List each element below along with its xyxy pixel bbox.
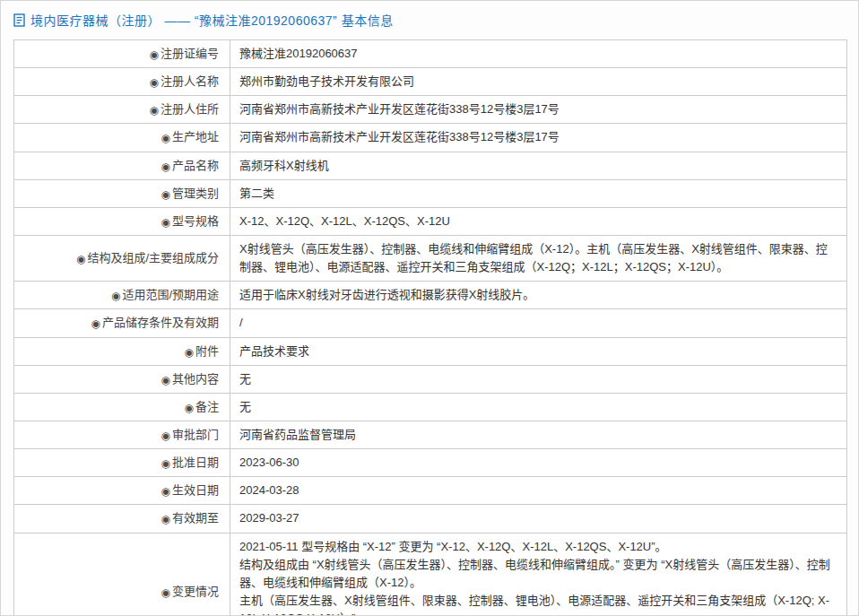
row-value: 河南省药品监督管理局	[230, 421, 847, 448]
table-row: ◉有效期至 2029-03-27	[14, 505, 847, 533]
note-icon: ◉	[161, 456, 170, 471]
row-value: 2029-03-27	[230, 505, 847, 533]
row-label-text: 生产地址	[172, 130, 219, 143]
row-label: ◉适用范围/预期用途	[14, 282, 230, 309]
note-icon: ◉	[76, 252, 85, 266]
note-icon: ◉	[161, 131, 170, 145]
table-row: ◉产品储存条件及有效期 /	[14, 309, 847, 337]
note-icon: ◉	[161, 187, 170, 202]
table-row: ◉生产地址 河南省郑州市高新技术产业开发区莲花街338号12号楼3层17号	[14, 124, 847, 152]
row-label: ◉产品储存条件及有效期	[14, 309, 230, 337]
note-icon: ◉	[161, 586, 170, 600]
row-value: 2021-05-11 型号规格由 “X-12” 变更为 “X-12、X-12Q、…	[230, 533, 847, 616]
row-value: 高频牙科X射线机	[230, 152, 847, 179]
note-icon: ◉	[185, 401, 194, 415]
note-icon: ◉	[161, 160, 170, 174]
note-icon: ◉	[91, 317, 100, 331]
row-value: 第二类	[230, 179, 847, 207]
row-label-text: 注册人名称	[161, 74, 219, 88]
table-row: ◉注册人住所 河南省郑州市高新技术产业开发区莲花街338号12号楼3层17号	[14, 96, 847, 124]
row-label-text: 注册人住所	[161, 102, 219, 116]
table-row: ◉适用范围/预期用途 适用于临床X射线对牙齿进行透视和摄影获得X射线胶片。	[14, 282, 847, 309]
row-value: 河南省郑州市高新技术产业开发区莲花街338号12号楼3层17号	[230, 96, 847, 124]
row-label-text: 变更情况	[172, 585, 219, 598]
row-label: ◉生效日期	[14, 477, 230, 505]
row-label-text: 审批部门	[172, 428, 219, 441]
row-label-text: 结构及组成/主要组成成分	[87, 251, 219, 265]
row-label: ◉备注	[14, 393, 230, 421]
row-label-text: 附件	[195, 344, 219, 358]
row-label-text: 有效期至	[172, 511, 219, 525]
table-row: ◉管理类别 第二类	[14, 179, 847, 207]
note-icon: ◉	[185, 345, 194, 360]
table-row: ◉变更情况 2021-05-11 型号规格由 “X-12” 变更为 “X-12、…	[14, 533, 847, 616]
registration-info-panel: 境内医疗器械（注册） —— “豫械注准20192060637” 基本信息 ◉注册…	[0, 0, 859, 616]
row-label-text: 其他内容	[172, 372, 219, 386]
row-label: ◉生产地址	[14, 124, 230, 152]
row-label: ◉其他内容	[14, 365, 230, 393]
table-row: ◉注册人名称 郑州市勤劲电子技术开发有限公司	[14, 68, 847, 96]
note-icon: ◉	[111, 289, 120, 303]
row-value: 适用于临床X射线对牙齿进行透视和摄影获得X射线胶片。	[230, 282, 847, 309]
table-row: ◉附件 产品技术要求	[14, 337, 847, 365]
row-value: 无	[230, 393, 847, 421]
page-title: 境内医疗器械（注册） —— “豫械注准20192060637” 基本信息	[30, 11, 394, 29]
row-label-text: 产品名称	[172, 159, 219, 172]
row-label: ◉批准日期	[14, 449, 230, 477]
note-icon: ◉	[150, 103, 159, 117]
registration-info-table: ◉注册证编号 豫械注准20192060637 ◉注册人名称 郑州市勤劲电子技术开…	[13, 39, 847, 616]
table-row: ◉产品名称 高频牙科X射线机	[14, 152, 847, 179]
row-label: ◉注册证编号	[14, 40, 230, 68]
row-label-text: 型号规格	[172, 214, 219, 228]
note-icon: ◉	[150, 75, 159, 90]
row-value: X-12、X-12Q、X-12L、X-12QS、X-12U	[230, 207, 847, 235]
note-icon: ◉	[161, 512, 170, 526]
note-icon: ◉	[161, 429, 170, 443]
row-label: ◉型号规格	[14, 207, 230, 235]
note-icon: ◉	[161, 484, 170, 499]
row-label-text: 管理类别	[172, 187, 219, 200]
row-value: 2024-03-28	[230, 477, 847, 505]
note-icon: ◉	[161, 215, 170, 230]
table-row: ◉备注 无	[14, 393, 847, 421]
row-label-text: 生效日期	[172, 483, 219, 497]
row-label: ◉产品名称	[14, 152, 230, 179]
row-value: 河南省郑州市高新技术产业开发区莲花街338号12号楼3层17号	[230, 124, 847, 152]
row-label-text: 产品储存条件及有效期	[102, 316, 219, 329]
row-value: 豫械注准20192060637	[230, 40, 847, 68]
note-icon: ◉	[150, 48, 159, 62]
note-icon: ◉	[161, 373, 170, 387]
row-label-text: 批准日期	[172, 455, 219, 469]
table-row: ◉生效日期 2024-03-28	[14, 477, 847, 505]
row-label: ◉附件	[14, 337, 230, 365]
row-value: 产品技术要求	[230, 337, 847, 365]
table-row: ◉型号规格 X-12、X-12Q、X-12L、X-12QS、X-12U	[14, 207, 847, 235]
table-row: ◉审批部门 河南省药品监督管理局	[14, 421, 847, 448]
page-header: 境内医疗器械（注册） —— “豫械注准20192060637” 基本信息	[1, 1, 858, 38]
row-value: /	[230, 309, 847, 337]
row-label: ◉结构及组成/主要组成成分	[14, 235, 230, 281]
row-label: ◉管理类别	[14, 179, 230, 207]
row-value: 无	[230, 365, 847, 393]
table-row: ◉结构及组成/主要组成成分 X射线管头（高压发生器）、控制器、电缆线和伸缩臂组成…	[14, 235, 847, 281]
table-row: ◉其他内容 无	[14, 365, 847, 393]
row-label: ◉变更情况	[14, 533, 230, 616]
row-label-text: 适用范围/预期用途	[122, 288, 219, 301]
table-row: ◉注册证编号 豫械注准20192060637	[14, 40, 847, 68]
table-row: ◉批准日期 2023-06-30	[14, 449, 847, 477]
document-icon	[13, 13, 25, 27]
row-value: 郑州市勤劲电子技术开发有限公司	[230, 68, 847, 96]
row-label: ◉有效期至	[14, 505, 230, 533]
row-value: X射线管头（高压发生器）、控制器、电缆线和伸缩臂组成（X-12）。主机（高压发生…	[230, 235, 847, 281]
row-value: 2023-06-30	[230, 449, 847, 477]
row-label: ◉注册人住所	[14, 96, 230, 124]
row-label: ◉注册人名称	[14, 68, 230, 96]
row-label-text: 注册证编号	[161, 47, 219, 60]
row-label-text: 备注	[195, 400, 219, 413]
row-label: ◉审批部门	[14, 421, 230, 448]
